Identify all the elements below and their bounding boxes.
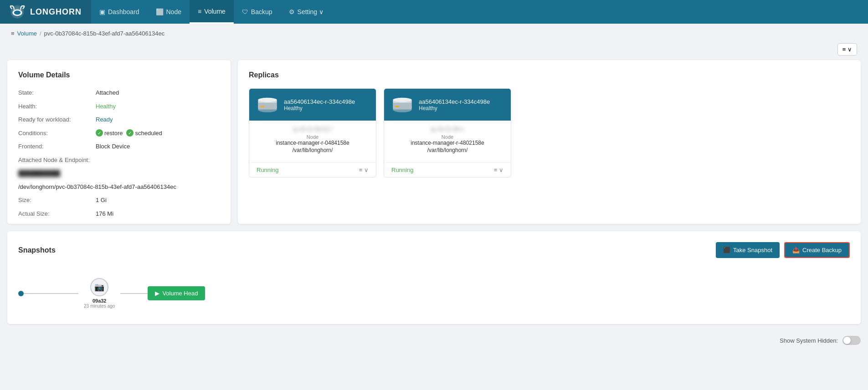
replica-2-footer: Running ≡ ∨ [384, 162, 511, 177]
take-snapshot-icon: ⬛ [723, 247, 730, 253]
state-value: Attached [96, 88, 119, 97]
ready-label: Ready for workload: [18, 115, 96, 124]
nav-items: ▣ Dashboard ⬜ Node ≡ Volume 🛡 Backup ⚙ S… [91, 0, 332, 24]
svg-point-1 [14, 10, 21, 15]
nav-dashboard[interactable]: ▣ Dashboard [91, 0, 148, 24]
breadcrumb-current: pvc-0b37084c-815b-43ef-afd7-aa56406134ec [44, 30, 165, 37]
snapshots-actions: ⬛ Take Snapshot 📤 Create Backup [716, 242, 850, 258]
create-backup-icon: 📤 [792, 247, 800, 253]
nav-volume[interactable]: ≡ Volume [190, 0, 234, 24]
detail-attached-node-header: Attached Node & Endpoint: [18, 156, 220, 165]
condition-restore-label: restore [104, 129, 123, 138]
brand: LONGHORN [0, 0, 91, 24]
volume-details-panel: Volume Details State: Attached Health: H… [7, 60, 231, 224]
state-label: State: [18, 88, 96, 97]
node-icon: ⬜ [156, 8, 164, 15]
breadcrumb-volume-link[interactable]: Volume [17, 30, 37, 37]
ready-value: Ready [96, 115, 113, 124]
health-value: Healthy [96, 102, 116, 111]
replica-2-disk-icon [391, 96, 413, 113]
frontend-value: Block Device [96, 142, 130, 151]
detail-size: Size: 1 Gi [18, 196, 220, 205]
breadcrumb-icon: ≡ [11, 30, 15, 37]
replica-2-path: /var/lib/longhorn/ [391, 147, 503, 153]
replicas-grid: aa56406134ec-r-334c498e Healthy ip-10-21… [249, 88, 850, 177]
main-content: Volume Details State: Attached Health: H… [0, 60, 868, 231]
replica-card-1: aa56406134ec-r-334c498e Healthy ip-10-21… [249, 88, 376, 177]
breadcrumb: ≡ Volume / pvc-0b37084c-815b-43ef-afd7-a… [0, 24, 868, 43]
condition-restore: ✓ restore [96, 129, 123, 138]
replica-2-body: ip-10-21-09-1 Node instance-manager-r-48… [384, 121, 511, 162]
nav-dashboard-label: Dashboard [108, 8, 139, 15]
detail-frontend: Frontend: Block Device [18, 142, 220, 151]
timeline-line-1 [24, 293, 78, 294]
snapshot-ago: 23 minutes ago [84, 304, 115, 309]
detail-base-image: Base Image: [18, 223, 220, 224]
nav-backup[interactable]: 🛡 Backup [234, 0, 281, 24]
snapshots-section: Snapshots ⬛ Take Snapshot 📤 Create Backu… [7, 231, 861, 324]
snapshot-camera-icon[interactable]: 📷 [90, 278, 108, 296]
detail-state: State: Attached [18, 88, 220, 97]
replica-1-ip: ip-10-21-09-017 [257, 126, 369, 132]
toggle-knob [843, 337, 851, 344]
health-label: Health: [18, 102, 96, 111]
replica-1-path: /var/lib/longhorn/ [257, 147, 369, 153]
replica-1-node-label: Node [257, 134, 369, 140]
navbar: LONGHORN ▣ Dashboard ⬜ Node ≡ Volume 🛡 B… [0, 0, 868, 24]
endpoint-value: /dev/longhorn/pvc-0b37084c-815b-43ef-afd… [18, 182, 176, 192]
replica-2-status: Healthy [419, 105, 490, 111]
replica-2-node-label: Node [391, 134, 503, 140]
replica-2-node-value: instance-manager-r-4802158e [391, 140, 503, 146]
replica-card-2: aa56406134ec-r-334c498e Healthy ip-10-21… [384, 88, 511, 177]
nav-setting[interactable]: ⚙ Setting ∨ [281, 0, 332, 24]
create-backup-button[interactable]: 📤 Create Backup [784, 242, 850, 258]
show-hidden-toggle[interactable] [842, 336, 861, 345]
snapshots-title: Snapshots [18, 246, 56, 254]
condition-scheduled: ✓ scheduled [126, 129, 162, 138]
detail-conditions: Conditions: ✓ restore ✓ scheduled [18, 129, 220, 138]
frontend-label: Frontend: [18, 142, 96, 151]
detail-endpoint: /dev/longhorn/pvc-0b37084c-815b-43ef-afd… [18, 182, 220, 192]
create-backup-label: Create Backup [802, 247, 842, 253]
nav-setting-label: Setting ∨ [298, 8, 324, 15]
timeline-line-2 [120, 293, 148, 294]
timeline-snapshot[interactable]: 📷 09a32 23 minutes ago [84, 278, 115, 309]
replica-1-status: Healthy [284, 105, 355, 111]
scheduled-ok-icon: ✓ [126, 129, 134, 137]
svg-point-10 [393, 98, 412, 102]
setting-icon: ⚙ [289, 8, 295, 15]
replica-2-menu-icon[interactable]: ≡ ∨ [494, 167, 503, 173]
list-view-button[interactable]: ≡ ∨ [837, 43, 857, 56]
attached-node-ip: ██████████ [18, 169, 60, 178]
replica-1-menu-icon[interactable]: ≡ ∨ [359, 167, 369, 173]
nav-node[interactable]: ⬜ Node [148, 0, 190, 24]
svg-rect-6 [260, 106, 265, 107]
replica-1-running: Running [257, 167, 278, 173]
volume-icon: ≡ [198, 8, 201, 15]
nav-backup-label: Backup [251, 8, 272, 15]
show-hidden-label: Show System Hidden: [780, 337, 838, 344]
replica-1-disk-icon [257, 96, 278, 113]
replica-2-running: Running [391, 167, 413, 173]
backup-icon: 🛡 [242, 8, 248, 15]
replica-2-ip: ip-10-21-09-1 [391, 126, 503, 132]
replica-1-footer: Running ≡ ∨ [249, 162, 376, 177]
svg-point-5 [258, 98, 277, 102]
timeline-start-dot [18, 291, 24, 296]
brand-logo-icon [9, 4, 26, 20]
dashboard-icon: ▣ [99, 8, 105, 15]
detail-ready: Ready for workload: Ready [18, 115, 220, 124]
detail-health: Health: Healthy [18, 102, 220, 111]
brand-name: LONGHORN [30, 7, 82, 17]
snapshots-header: Snapshots ⬛ Take Snapshot 📤 Create Backu… [18, 242, 850, 258]
volume-details-title: Volume Details [18, 71, 220, 79]
volume-head-button[interactable]: ▶ Volume Head [148, 286, 205, 300]
nav-node-label: Node [166, 8, 181, 15]
replica-1-body: ip-10-21-09-017 Node instance-manager-r-… [249, 121, 376, 162]
restore-ok-icon: ✓ [96, 129, 103, 137]
size-label: Size: [18, 196, 96, 205]
detail-attached-node-value: ██████████ [18, 169, 220, 178]
replica-1-node-value: instance-manager-r-0484158e [257, 140, 369, 146]
take-snapshot-button[interactable]: ⬛ Take Snapshot [716, 242, 780, 258]
actual-size-value: 176 Mi [96, 209, 113, 218]
